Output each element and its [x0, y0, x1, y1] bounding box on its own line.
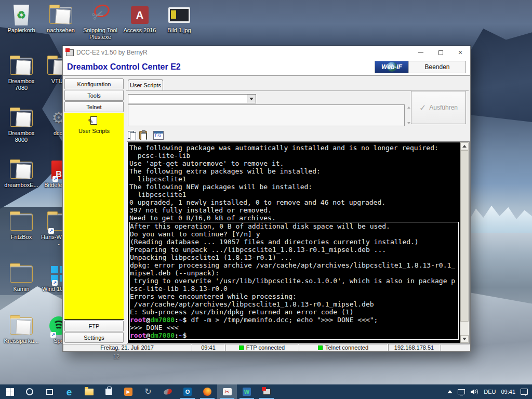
desktop-icon-dreambox-8000[interactable]: Dreambox 8000	[2, 106, 41, 158]
minimize-button[interactable]	[411, 46, 431, 59]
folder-icon	[10, 158, 33, 182]
webif-button[interactable]: Web-IF	[375, 61, 408, 73]
wallpaper-iceberg-band	[470, 203, 532, 233]
firefox-icon[interactable]	[197, 384, 217, 399]
system-tray: DEU 09:41	[447, 384, 532, 399]
terminal-line: Unpacking libpcsclite1 (1.8.13-r0.1) ...	[130, 254, 458, 261]
terminal-line: trying to overwrite '/usr/lib/libpcsclit…	[130, 277, 458, 285]
desktop-icon-bild-1-jpg[interactable]: Bild 1.jpg	[160, 3, 198, 47]
sidebar-button-ftp[interactable]: FTP	[64, 321, 124, 331]
terminal-line: csc-lite-lib 1.8.13-r0.0	[130, 285, 458, 292]
ausfuehren-button[interactable]: ✓ Ausführen	[411, 91, 466, 124]
beenden-button[interactable]: Beenden	[408, 61, 466, 73]
script-insert-icon[interactable]	[153, 131, 164, 140]
terminal-line: root@dm7080:~$	[130, 331, 458, 339]
access-icon: A	[131, 3, 149, 27]
terminal-line: Need to get 0 B/16,0 kB of archives.	[129, 214, 460, 222]
desktop-icon-snipping-tool-plus-exe[interactable]: ✂Snipping Tool Plus.exe	[81, 3, 119, 47]
sidebar-button-tools[interactable]: Tools	[64, 90, 124, 101]
terminal-line: (Reading database ... 19057 files and di…	[130, 238, 458, 246]
snipping-tool-icon[interactable]: ✂	[217, 384, 237, 399]
desktop-icon-label: Kreissparka...	[4, 338, 38, 344]
scrollbar-thumb[interactable]	[460, 150, 469, 322]
action-center-icon[interactable]	[521, 389, 528, 395]
app-header: Dreambox Control Center E2 Web-IF Beende…	[63, 59, 470, 76]
desktop-icons-top-row: ♻Papierkorbnachsehen✂Snipping Tool Plus.…	[2, 3, 198, 47]
desktop-icon-dreambox-7080[interactable]: Dreambox 7080	[2, 54, 41, 106]
terminal-line: The following package was automatically …	[129, 144, 460, 152]
snipping-tool-icon: ✂	[223, 388, 232, 395]
dropdown-button[interactable]	[247, 95, 256, 103]
red-media-app-icon[interactable]	[158, 384, 178, 399]
language-indicator[interactable]: DEU	[484, 389, 496, 395]
desktop-icon-kamin[interactable]: Kamin	[2, 262, 41, 314]
outlook-icon: O	[183, 388, 192, 396]
app-title: Dreambox Control Center E2	[67, 62, 181, 72]
refresh-app-icon[interactable]: ↻	[138, 384, 158, 399]
show-hidden-icons-chevron[interactable]	[447, 390, 453, 393]
terminal-line: The following NEW packages will be insta…	[129, 183, 460, 191]
media-player-icon[interactable]: ▶	[118, 384, 138, 399]
terminal-line: Use 'apt-get autoremove' to remove it.	[129, 159, 460, 167]
folder-icon	[10, 54, 33, 78]
terminal-line: /var/cache/apt/archives/libpcsclite1_1.8…	[130, 300, 458, 308]
terminal-line: The following extra packages will be ins…	[129, 167, 460, 175]
desktop-icon-nachsehen[interactable]: nachsehen	[42, 3, 80, 47]
edge-icon[interactable]: e	[59, 384, 79, 399]
status-time: 09:41	[192, 344, 225, 351]
scroll-up-icon[interactable]	[460, 142, 469, 150]
chevron-down-icon	[407, 122, 410, 124]
terminal-output[interactable]: The following package was automatically …	[128, 142, 460, 343]
terminal-line: Preparing to unpack .../libpcsclite1_1.8…	[130, 246, 458, 254]
tab-user-scripts[interactable]: User Scripts	[128, 79, 163, 90]
desktop-icon-label: Kamin	[13, 286, 29, 292]
cortana-button[interactable]	[20, 384, 39, 399]
close-button[interactable]: ×	[450, 46, 470, 59]
folder-icon	[10, 106, 33, 130]
window-title: DCC-E2 v1.50 by BernyR	[76, 49, 148, 56]
dcc-e2-window: DCC-E2 v1.50 by BernyR × Dreambox Contro…	[62, 46, 471, 352]
dcc-app-icon[interactable]	[257, 384, 276, 399]
terminal-toolbar	[128, 130, 164, 140]
window-titlebar[interactable]: DCC-E2 v1.50 by BernyR ×	[63, 46, 470, 59]
status-date: Freitag, 21. Juli 2017	[63, 344, 191, 351]
start-button	[6, 388, 14, 396]
winscp-icon[interactable]: W	[237, 384, 257, 399]
desktop: ♻Papierkorbnachsehen✂Snipping Tool Plus.…	[0, 0, 532, 399]
script-icon: ✎	[89, 116, 99, 127]
taskbar: e▶↻O✂W DEU 09:41	[0, 384, 532, 399]
terminal-line: libpcsclite1	[129, 191, 460, 198]
sidebar-item-user-scripts[interactable]: ✎ User Scripts	[64, 113, 124, 320]
desktop-icon-dreamboxe-[interactable]: dreamboxE...	[2, 158, 41, 210]
volume-icon[interactable]	[470, 389, 478, 395]
sidebar-button-konfiguration[interactable]: Konfiguration	[64, 78, 124, 89]
copy-icon[interactable]	[128, 131, 136, 139]
script-select-dropdown[interactable]	[128, 94, 256, 103]
desktop-icon-kreissparka-[interactable]: Kreissparka...	[2, 314, 41, 366]
network-icon[interactable]	[458, 389, 465, 394]
terminal-scrollbar[interactable]	[460, 142, 469, 343]
store-icon[interactable]	[99, 384, 118, 399]
desktop-icon-label: Dreambox 8000	[3, 130, 40, 143]
shortcut-arrow-icon: ↗	[50, 332, 56, 338]
hidden-icon-label: 12	[113, 353, 119, 360]
script-preview-area[interactable]	[128, 104, 405, 126]
file-explorer-icon	[85, 389, 94, 395]
clock[interactable]: 09:41	[501, 389, 515, 395]
start-button[interactable]	[0, 384, 20, 399]
sidebar-button-telnet[interactable]: Telnet	[64, 101, 124, 112]
maximize-button[interactable]	[431, 46, 450, 59]
status-bar: Freitag, 21. Juli 2017 09:41 FTP connect…	[63, 344, 470, 351]
scroll-down-icon[interactable]	[460, 335, 469, 343]
folder-icon	[49, 3, 72, 27]
paste-icon[interactable]	[139, 131, 147, 140]
file-explorer-icon[interactable]	[79, 384, 99, 399]
desktop-icon-fritzbox[interactable]: FritzBox	[2, 210, 41, 262]
desktop-icon-access-2016[interactable]: AAccess 2016	[121, 3, 159, 47]
outlook-icon[interactable]: O	[178, 384, 197, 399]
sidebar-button-settings[interactable]: Settings	[64, 332, 124, 343]
desktop-icon-papierkorb[interactable]: ♻Papierkorb	[2, 3, 41, 47]
terminal-line: Errors were encountered while processing…	[130, 292, 458, 300]
terminal-line: 0 upgraded, 1 newly installed, 0 to remo…	[129, 198, 460, 206]
task-view-button[interactable]	[39, 384, 59, 399]
